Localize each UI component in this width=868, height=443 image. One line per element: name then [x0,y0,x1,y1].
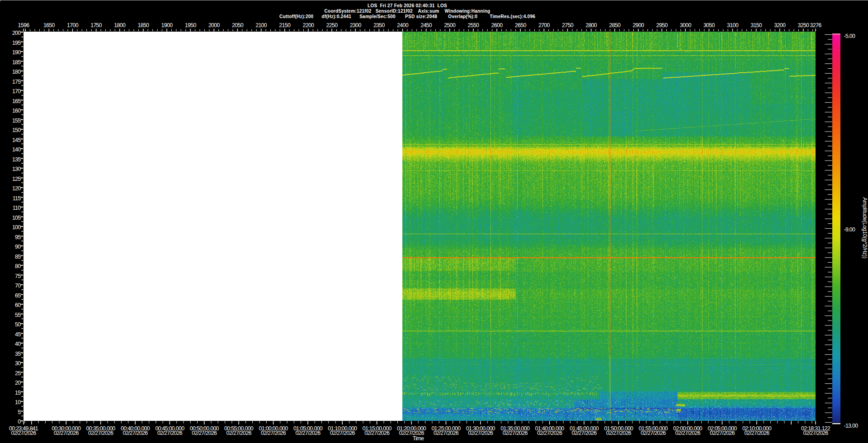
svg-text:Amplitude(Log10(g^2/Hz)): Amplitude(Log10(g^2/Hz)) [862,198,868,259]
